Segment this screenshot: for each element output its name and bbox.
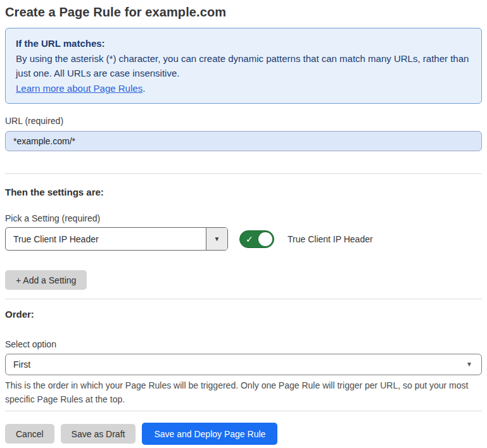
order-select[interactable]: First ▼ — [5, 354, 482, 375]
divider — [5, 411, 482, 411]
setting-toggle[interactable]: ✓ — [239, 230, 274, 248]
chevron-down-icon: ▼ — [466, 361, 472, 368]
order-helper-text: This is the order in which your Page Rul… — [5, 378, 477, 406]
setting-toggle-label: True Client IP Header — [288, 234, 373, 244]
order-select-label: Select option — [5, 339, 482, 350]
url-field-label: URL (required) — [5, 116, 482, 127]
toggle-knob — [258, 232, 272, 246]
footer-actions: Cancel Save as Draft Save and Deploy Pag… — [5, 423, 482, 445]
url-input[interactable] — [5, 131, 482, 151]
info-box-body: By using the asterisk (*) character, you… — [16, 51, 471, 80]
setting-picker-label: Pick a Setting (required) — [5, 213, 482, 224]
page-title: Create a Page Rule for example.com — [5, 3, 482, 21]
info-box-heading: If the URL matches: — [16, 36, 471, 51]
setting-select[interactable]: True Client IP Header ▼ — [5, 227, 228, 251]
chevron-down-icon: ▼ — [214, 236, 220, 242]
cancel-button[interactable]: Cancel — [5, 424, 54, 444]
url-match-info-box: If the URL matches: By using the asteris… — [5, 28, 482, 104]
divider — [5, 173, 482, 174]
learn-more-link[interactable]: Learn more about Page Rules — [16, 83, 142, 94]
order-select-value: First — [13, 359, 30, 370]
save-as-draft-button[interactable]: Save as Draft — [61, 424, 136, 444]
link-period: . — [142, 83, 145, 94]
setting-select-value: True Client IP Header — [6, 228, 206, 250]
order-section-heading: Order: — [5, 309, 482, 320]
settings-section-heading: Then the settings are: — [5, 187, 482, 198]
check-icon: ✓ — [246, 234, 253, 243]
save-and-deploy-button[interactable]: Save and Deploy Page Rule — [142, 423, 277, 445]
add-setting-button[interactable]: + Add a Setting — [5, 270, 87, 290]
create-page-rule-page: Create a Page Rule for example.com If th… — [0, 0, 487, 445]
setting-select-arrow-button[interactable]: ▼ — [206, 228, 227, 250]
info-box-link-row: Learn more about Page Rules. — [16, 81, 471, 96]
divider — [5, 299, 482, 299]
setting-row: True Client IP Header ▼ ✓ True Client IP… — [5, 227, 482, 251]
